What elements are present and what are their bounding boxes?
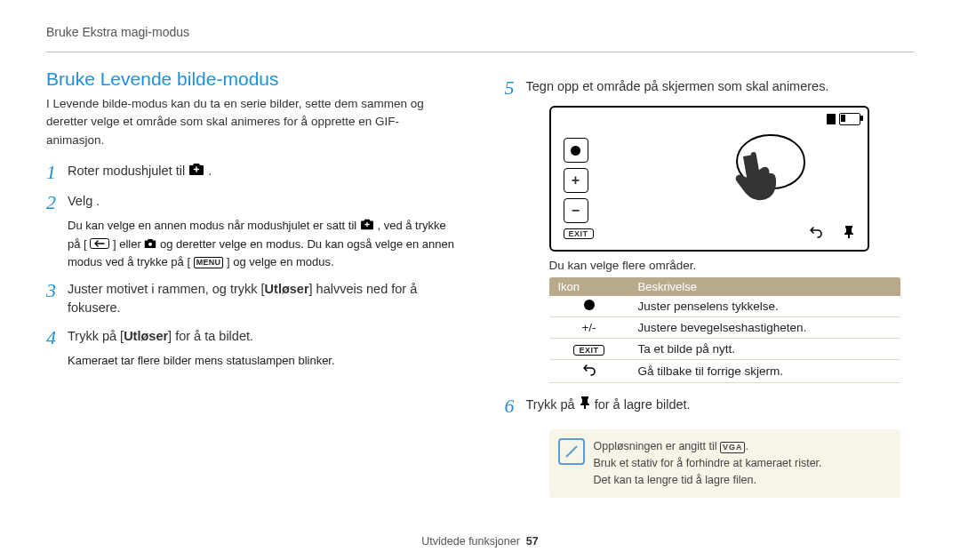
section-title: Bruke Levende bilde-modus [46,68,456,90]
step-4-text: Trykk på [Utløser] for å ta bildet. [68,327,456,348]
header-divider [46,52,914,52]
step-6: 6 Trykk på for å lagre bildet. [505,396,915,417]
storage-icon [827,114,836,124]
step-2-text: Velg . [68,192,456,213]
info-line-1a: Oppløsningen er angitt til [594,440,720,452]
row-desc: Ta et bilde på nytt. [629,339,900,360]
step-number: 5 [505,77,526,99]
step-1-part-b: . [208,164,212,178]
camera-icon [144,236,156,254]
step-2-note-a: Du kan velge en annen modus når modushju… [68,219,360,232]
save-pin-icon [843,225,855,243]
step-5-text: Tegn opp et område på skjermen som skal … [526,77,915,99]
step-3-a: Juster motivet i rammen, og trykk [ [68,282,265,296]
step-1: 1 Roter modushjulet til . [46,162,456,183]
shutter-label: Utløser [124,329,168,343]
menu-button-icon: MENU [194,257,224,268]
step-2-note: Du kan velge en annen modus når modushju… [68,217,456,271]
undo-icon [582,364,596,376]
exit-button-icon: EXIT [573,345,604,356]
step-4-c: ] for å ta bildet. [168,329,253,343]
row-desc: Juster penselens tykkelse. [629,296,900,317]
page-footer: Utvidede funksjoner 57 [0,535,960,548]
table-row: +/- Justere bevegelseshastigheten. [549,317,900,339]
table-row: Gå tilbake til forrige skjerm. [549,360,900,383]
info-line-1b: . [745,440,748,452]
left-column: Bruke Levende bilde-modus I Levende bild… [46,68,456,498]
shutter-label: Utløser [265,282,309,296]
row-icon-exit: EXIT [549,339,629,360]
svg-point-1 [148,242,152,245]
step-3-text: Juster motivet i rammen, og trykk [Utløs… [68,280,456,319]
info-line-3: Det kan ta lengre tid å lagre filen. [594,472,890,489]
step-4: 4 Trykk på [Utløser] for å ta bildet. [46,327,456,348]
footer-label: Utvidede funksjoner [421,535,519,548]
step-6-b: for å lagre bildet. [595,397,691,412]
page-header: Bruke Ekstra magi-modus [46,25,914,39]
info-note-box: Oppløsningen er angitt til VGA. Bruk et … [549,429,900,497]
step-number: 4 [46,327,68,348]
minus-icon: − [564,198,588,223]
step-5: 5 Tegn opp et område på skjermen som ska… [505,77,915,99]
exit-button-icon: EXIT [564,228,594,239]
camera-plus-icon [360,218,374,236]
row-icon-plusminus: +/- [549,317,629,339]
step-2: 2 Velg . [46,192,456,213]
info-line-2: Bruk et stativ for å forhindre at kamera… [594,455,890,472]
step-4-a: Trykk på [ [68,329,124,343]
brush-dot-icon [564,138,588,163]
plus-icon: + [564,168,588,193]
step-number: 1 [46,162,68,183]
row-icon-brush [549,296,629,317]
step-6-text: Trykk på for å lagre bildet. [526,396,915,417]
status-bar [827,113,860,125]
step-1-part-a: Roter modushjulet til [68,164,188,178]
battery-icon [839,113,860,125]
svg-rect-2 [848,235,850,238]
svg-rect-3 [584,405,586,409]
step-number: 6 [505,396,526,417]
step-2-note-e: ] og velge en modus. [227,255,334,268]
right-column: 5 Tegn opp et område på skjermen som ska… [505,68,915,498]
step-number: 3 [46,280,68,319]
back-key-icon [90,236,109,254]
table-row: EXIT Ta et bilde på nytt. [549,339,900,360]
vga-label-icon: VGA [720,442,746,453]
save-pin-icon [579,396,591,416]
info-icon [558,438,585,465]
diagram-side-buttons: + − [564,138,588,223]
table-row: Juster penselens tykkelse. [549,296,900,317]
step-6-a: Trykk på [526,397,579,412]
brush-dot-icon [584,300,595,310]
screen-diagram: + − EXIT [549,106,869,252]
step-number: 2 [46,192,68,213]
footer-page-number: 57 [526,535,539,548]
table-header-desc: Beskrivelse [629,277,900,296]
intro-paragraph: I Levende bilde-modus kan du ta en serie… [46,95,456,149]
diagram-caption: Du kan velge flere områder. [549,259,915,272]
step-4-note: Kameraet tar flere bilder mens statuslam… [68,352,456,370]
icon-description-table: Ikon Beskrivelse Juster penselens tykkel… [549,277,900,383]
row-icon-back [549,360,629,383]
step-3: 3 Juster motivet i rammen, og trykk [Utl… [46,280,456,319]
step-2-note-c: ] eller [113,237,144,251]
row-desc: Justere bevegelseshastigheten. [629,317,900,339]
row-desc: Gå tilbake til forrige skjerm. [629,360,900,383]
step-1-text: Roter modushjulet til . [68,162,456,183]
table-header-icon: Ikon [549,277,629,296]
undo-icon [809,226,823,242]
camera-plus-icon [188,163,204,182]
